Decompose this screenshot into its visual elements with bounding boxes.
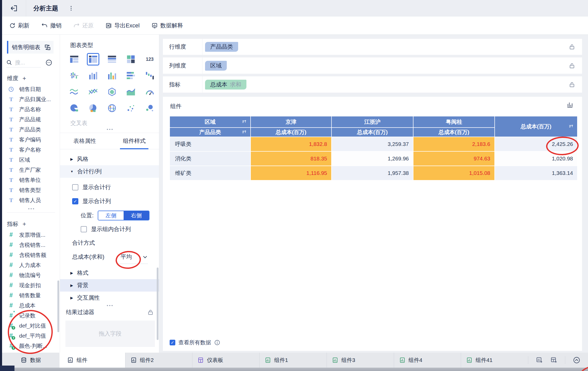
measure-subheader[interactable]: 总成本(百万) xyxy=(413,128,494,137)
bottom-tab-组件41[interactable]: 组件41 xyxy=(461,353,528,368)
measure-subheader[interactable]: 总成本(百万) xyxy=(251,128,331,137)
sort-icon[interactable] xyxy=(242,130,247,135)
row-header[interactable]: 产品品类 xyxy=(170,128,250,137)
metric-item[interactable]: #fdef_平均值 xyxy=(2,331,60,341)
tab-组件样式[interactable]: 组件样式 xyxy=(110,133,159,149)
panel-drag-handle[interactable] xyxy=(60,127,159,133)
switch-dataset-icon[interactable] xyxy=(44,44,51,51)
filter-drag-handle[interactable] xyxy=(60,304,159,308)
column-header[interactable]: 京津 xyxy=(251,116,331,127)
column-header[interactable]: 江浙沪 xyxy=(332,116,413,127)
section-background[interactable]: ▶ 背景 xyxy=(60,279,159,292)
section-format[interactable]: ▶ 格式 xyxy=(60,267,159,279)
dimension-list-drag-handle[interactable] xyxy=(2,208,60,211)
lock-icon[interactable] xyxy=(147,309,154,316)
dimension-item[interactable]: T客户名称 xyxy=(2,145,60,155)
dimension-item[interactable]: T区域 xyxy=(2,155,60,165)
metric-item[interactable]: #*记录数 xyxy=(2,310,60,321)
sort-icon[interactable] xyxy=(569,124,574,129)
total-column-header[interactable]: 总成本(百万) xyxy=(495,116,577,137)
gauge-chart-icon[interactable] xyxy=(144,86,156,98)
field-chip[interactable]: 区域 xyxy=(205,61,227,71)
show-group-total-checkbox[interactable] xyxy=(81,226,87,232)
metric-item[interactable]: #总成本 xyxy=(2,300,60,310)
area-chart-icon[interactable] xyxy=(125,86,137,98)
collapse-icon[interactable] xyxy=(573,357,580,364)
search-input[interactable] xyxy=(14,59,38,66)
back-button[interactable] xyxy=(2,0,26,17)
add-metric-button[interactable]: + xyxy=(22,220,26,228)
metric-item[interactable]: #含税销售额 xyxy=(2,250,60,260)
sort-icon[interactable] xyxy=(242,119,247,125)
add-component-icon[interactable] xyxy=(536,357,543,363)
dimension-item[interactable]: T产品名称 xyxy=(2,104,60,114)
map-globe-chart-icon[interactable] xyxy=(106,102,118,114)
chip-dropzone[interactable]: 区域 xyxy=(202,57,569,74)
dimension-item[interactable]: T产品品类 xyxy=(2,124,60,135)
toolbar-undo-button[interactable]: 撤销 xyxy=(41,22,62,29)
section-totals[interactable]: ▼ 合计行/列 xyxy=(60,165,159,178)
table-chart-icon[interactable] xyxy=(68,53,80,65)
chip-dropzone[interactable]: 产品品类 xyxy=(202,39,569,55)
position-option-左侧[interactable]: 左侧 xyxy=(98,211,124,220)
matrix-chart-icon[interactable] xyxy=(125,53,137,65)
bottom-tab-组件4[interactable]: 组件4 xyxy=(394,353,461,368)
scatter-chart-icon[interactable] xyxy=(125,102,137,114)
dimension-item[interactable]: T销售单位 xyxy=(2,175,60,185)
more-menu-icon[interactable] xyxy=(68,5,74,11)
waterfall-chart-icon[interactable] xyxy=(144,69,156,82)
lock-icon[interactable] xyxy=(569,81,575,88)
bubble-chart-icon[interactable] xyxy=(144,102,156,114)
radar-chart-icon[interactable] xyxy=(106,86,118,98)
metric-item[interactable]: #人力成本 xyxy=(2,260,60,270)
bottom-tab-组件2[interactable]: 组件2 xyxy=(125,353,192,368)
dataset-tab[interactable]: 销售明细表 xyxy=(7,41,54,54)
toolbar-export-excel-button[interactable]: 导出Excel xyxy=(105,22,140,29)
field-chip[interactable]: 总成本求和 xyxy=(205,80,246,90)
view-all-checkbox[interactable]: ✓ xyxy=(170,340,175,345)
dimension-item[interactable]: T生产厂家 xyxy=(2,165,60,175)
bottom-tab-仪表板[interactable]: 仪表板 xyxy=(192,353,259,368)
multi-line-chart-icon[interactable] xyxy=(87,86,99,98)
show-total-row-checkbox[interactable] xyxy=(72,184,78,190)
column-chart-icon[interactable] xyxy=(87,69,99,82)
toolbar-data-explain-button[interactable]: 数据解释 xyxy=(152,22,183,29)
position-option-右侧[interactable]: 右侧 xyxy=(124,211,149,220)
stacked-bar-chart-icon[interactable] xyxy=(125,69,137,82)
info-icon[interactable] xyxy=(214,339,220,346)
lock-icon[interactable] xyxy=(569,62,575,69)
metric-item[interactable]: #含税销售... xyxy=(2,240,60,250)
dimension-item[interactable]: T销售人员 xyxy=(2,195,60,205)
field-chip[interactable]: 产品品类 xyxy=(205,42,238,52)
add-dashboard-icon[interactable] xyxy=(551,357,557,363)
metric-item[interactable]: #发票增值... xyxy=(2,230,60,240)
sidebar-scrollbar[interactable] xyxy=(57,280,59,332)
metric-item[interactable]: #销售数量 xyxy=(2,290,60,300)
result-filter-dropzone[interactable]: 拖入字段 xyxy=(65,321,155,347)
pie-chart-icon[interactable] xyxy=(68,102,80,114)
toolbar-refresh-button[interactable]: 刷新 xyxy=(9,22,29,29)
colored-bar-chart-icon[interactable] xyxy=(106,69,118,82)
tab-表格属性[interactable]: 表格属性 xyxy=(60,133,110,149)
dimension-item[interactable]: T客户编码 xyxy=(2,135,60,145)
small-multiples-bar-chart-icon[interactable] xyxy=(68,69,80,82)
bottom-tab-组件[interactable]: 组件 xyxy=(59,353,125,368)
dimension-item[interactable]: 销售日期 xyxy=(2,84,60,94)
total-method-dropdown[interactable]: 平均 xyxy=(117,250,148,264)
chart-settings-icon[interactable] xyxy=(567,101,573,108)
number-123-chart-icon[interactable]: 123 xyxy=(144,53,156,65)
dimension-item[interactable]: T产品品规 xyxy=(2,114,60,124)
crosstab-chart-icon[interactable] xyxy=(87,53,99,65)
panel-scrollbar[interactable] xyxy=(157,268,159,340)
section-style[interactable]: ▶ 风格 xyxy=(60,153,159,165)
metric-item[interactable]: #现金折扣 xyxy=(2,280,60,290)
metric-item[interactable]: #f颜色-判断... xyxy=(2,341,60,351)
show-total-col-checkbox[interactable]: ✓ xyxy=(72,198,78,204)
metric-item[interactable]: #物流编号 xyxy=(2,270,60,280)
wave-line-chart-icon[interactable] xyxy=(68,86,80,98)
measure-subheader[interactable]: 总成本(百万) xyxy=(332,128,413,137)
donut-chart-icon[interactable] xyxy=(87,102,99,114)
header-table-chart-icon[interactable] xyxy=(106,53,118,65)
add-dimension-button[interactable]: + xyxy=(22,75,26,82)
dimension-item[interactable]: T产品归属业... xyxy=(2,94,60,104)
